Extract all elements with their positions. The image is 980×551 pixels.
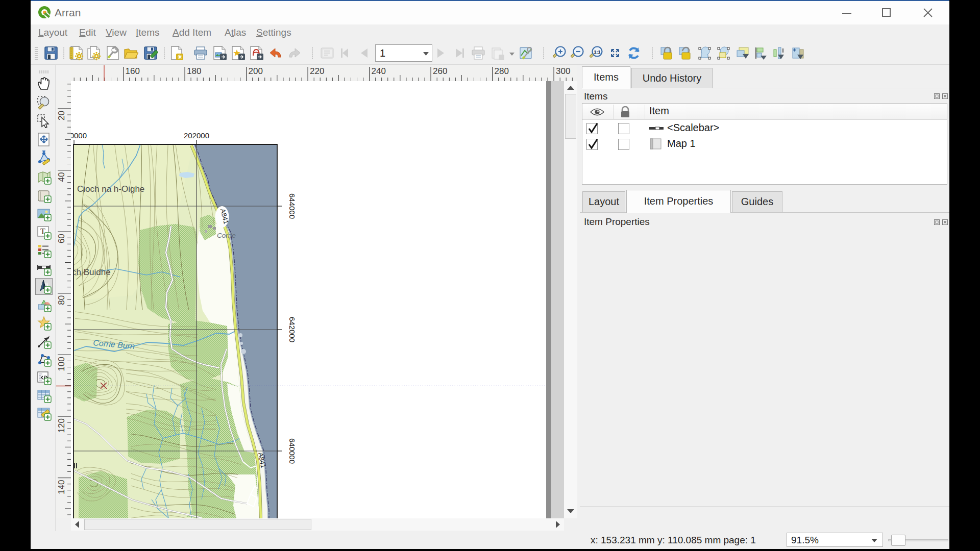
svg-text:200: 200 (249, 66, 263, 76)
svg-text:280: 280 (495, 66, 509, 76)
svg-text:1:1: 1:1 (594, 49, 600, 55)
svg-text:100: 100 (57, 357, 66, 371)
svg-text:N: N (45, 282, 48, 287)
svg-text:160: 160 (126, 66, 140, 76)
svg-text:240: 240 (372, 66, 386, 76)
svg-text:Cioch na h-Oighe: Cioch na h-Oighe (77, 184, 144, 194)
svg-text:ch Buidhe: ch Buidhe (72, 267, 111, 277)
svg-text:200000: 200000 (71, 131, 87, 140)
svg-text:Corrie: Corrie (217, 232, 236, 239)
svg-text:640000: 640000 (288, 438, 297, 464)
svg-text:20: 20 (57, 111, 66, 120)
svg-text:40: 40 (57, 172, 66, 182)
svg-text:180: 180 (187, 66, 201, 76)
svg-text:120: 120 (57, 418, 66, 433)
svg-text:202000: 202000 (184, 131, 209, 140)
svg-text:60: 60 (57, 234, 66, 243)
svg-text:80: 80 (57, 295, 66, 305)
svg-text:140: 140 (57, 480, 66, 494)
svg-text:642000: 642000 (288, 317, 297, 342)
svg-text:260: 260 (433, 66, 447, 76)
svg-text:644000: 644000 (288, 193, 297, 219)
svg-text:300: 300 (556, 66, 570, 76)
svg-text:220: 220 (310, 66, 324, 76)
